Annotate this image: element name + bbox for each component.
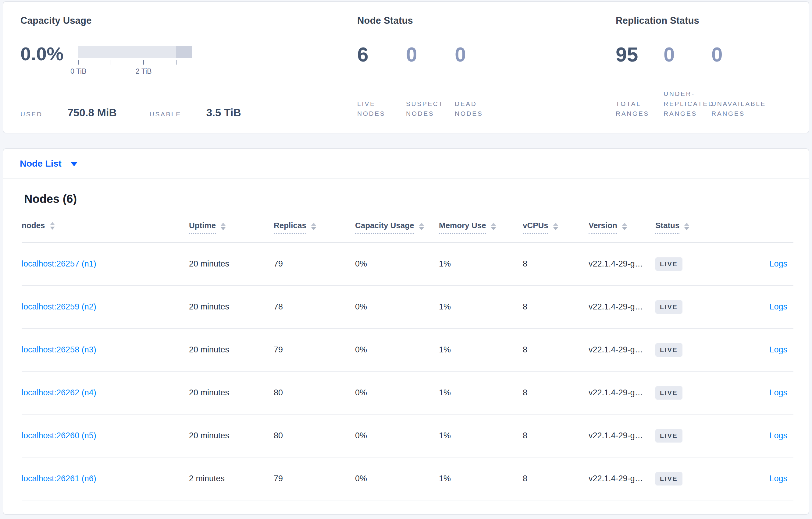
cell-version: v22.1.4-29-g… xyxy=(588,474,655,483)
sort-icon xyxy=(553,223,558,230)
dead-nodes-stat: 0 DEAD NODES xyxy=(455,44,503,119)
cell-version: v22.1.4-29-g… xyxy=(588,345,655,355)
column-header-capacity[interactable]: Capacity Usage xyxy=(355,221,439,234)
status-badge: LIVE xyxy=(655,300,683,314)
capacity-usage-card: Capacity Usage 0.0% 0 TiB 2 TiB USED 750… xyxy=(21,15,357,119)
logs-link[interactable]: Logs xyxy=(769,302,787,311)
cell-version: v22.1.4-29-g… xyxy=(588,302,655,312)
column-header-node[interactable]: nodes xyxy=(22,221,189,233)
unavailable-ranges-stat: 0 UNAVAILABLE RANGES xyxy=(712,44,776,119)
cell-vcpus: 8 xyxy=(523,345,588,355)
used-label: USED xyxy=(21,111,42,118)
logs-link[interactable]: Logs xyxy=(769,345,787,354)
cell-memory: 1% xyxy=(439,345,523,355)
node-link[interactable]: localhost:26257 (n1) xyxy=(22,259,96,268)
cell-memory: 1% xyxy=(439,388,523,397)
cell-vcpus: 8 xyxy=(523,388,588,397)
capacity-bar-track xyxy=(78,46,192,58)
cell-vcpus: 8 xyxy=(523,302,588,312)
logs-link[interactable]: Logs xyxy=(769,431,787,440)
cell-uptime: 20 minutes xyxy=(189,431,274,440)
capacity-bar-segment xyxy=(176,46,192,58)
suspect-nodes-stat: 0 SUSPECT NODES xyxy=(406,44,455,119)
live-nodes-label: LIVE NODES xyxy=(357,99,401,119)
replication-status-title: Replication Status xyxy=(616,15,809,26)
table-header-row: nodesUptimeReplicasCapacity UsageMemory … xyxy=(22,218,793,243)
table-body: localhost:26257 (n1)20 minutes790%1%8v22… xyxy=(22,243,793,500)
cell-logs: Logs xyxy=(726,431,793,440)
capacity-percent-value: 0.0% xyxy=(21,45,63,76)
cluster-summary-panel: Capacity Usage 0.0% 0 TiB 2 TiB USED 750… xyxy=(3,1,809,133)
cell-vcpus: 8 xyxy=(523,431,588,440)
column-header-uptime[interactable]: Uptime xyxy=(189,221,274,234)
usable-value: 3.5 TiB xyxy=(206,106,241,119)
cell-status: LIVE xyxy=(655,386,726,400)
axis-tick-label: 0 TiB xyxy=(70,67,86,75)
sort-icon xyxy=(419,223,424,230)
capacity-bar: 0 TiB 2 TiB xyxy=(78,46,192,76)
cell-uptime: 2 minutes xyxy=(189,474,274,483)
node-link[interactable]: localhost:26262 (n4) xyxy=(22,388,96,397)
cell-uptime: 20 minutes xyxy=(189,259,274,269)
cell-node: localhost:26259 (n2) xyxy=(22,302,189,312)
sort-icon xyxy=(684,223,689,230)
under-replicated-ranges-value: 0 xyxy=(664,44,712,65)
node-list-panel: Node List Nodes (6) nodesUptimeReplicasC… xyxy=(3,148,809,515)
axis-tick-label: 2 TiB xyxy=(136,67,151,75)
node-link[interactable]: localhost:26258 (n3) xyxy=(22,345,96,354)
logs-link[interactable]: Logs xyxy=(769,259,787,268)
cell-status: LIVE xyxy=(655,343,726,357)
cell-logs: Logs xyxy=(726,259,793,269)
column-header-label: vCPUs xyxy=(523,221,548,234)
usable-label: USABLE xyxy=(150,111,181,118)
cell-uptime: 20 minutes xyxy=(189,388,274,397)
table-row: localhost:26261 (n6)2 minutes790%1%8v22.… xyxy=(22,457,793,500)
nodes-table-section: Nodes (6) nodesUptimeReplicasCapacity Us… xyxy=(3,192,809,513)
dead-nodes-value: 0 xyxy=(455,44,503,65)
cell-version: v22.1.4-29-g… xyxy=(588,259,655,269)
view-selector-label: Node List xyxy=(20,158,62,169)
cell-replicas: 80 xyxy=(274,431,355,440)
cell-capacity: 0% xyxy=(355,431,439,440)
table-row: localhost:26257 (n1)20 minutes790%1%8v22… xyxy=(22,243,793,286)
suspect-nodes-label: SUSPECT NODES xyxy=(406,99,449,119)
view-selector[interactable]: Node List xyxy=(3,149,809,179)
axis-tick xyxy=(176,60,176,65)
sort-icon xyxy=(221,223,226,230)
status-badge: LIVE xyxy=(655,429,683,442)
sort-icon xyxy=(311,223,316,230)
column-header-replicas[interactable]: Replicas xyxy=(274,221,355,234)
unavailable-ranges-value: 0 xyxy=(712,44,776,65)
column-header-label: Version xyxy=(588,221,617,234)
logs-link[interactable]: Logs xyxy=(769,474,787,483)
nodes-table-title: Nodes (6) xyxy=(24,192,793,206)
cell-status: LIVE xyxy=(655,472,726,486)
cell-version: v22.1.4-29-g… xyxy=(588,388,655,397)
column-header-label: Replicas xyxy=(274,221,306,234)
live-nodes-value: 6 xyxy=(357,44,406,65)
cell-capacity: 0% xyxy=(355,345,439,355)
column-header-version[interactable]: Version xyxy=(588,221,655,234)
cell-node: localhost:26257 (n1) xyxy=(22,259,189,269)
cell-logs: Logs xyxy=(726,474,793,483)
logs-link[interactable]: Logs xyxy=(769,388,787,397)
node-link[interactable]: localhost:26259 (n2) xyxy=(22,302,96,311)
axis-tick xyxy=(143,60,144,65)
node-link[interactable]: localhost:26261 (n6) xyxy=(22,474,96,483)
cell-memory: 1% xyxy=(439,431,523,440)
column-header-label: Uptime xyxy=(189,221,216,234)
cell-memory: 1% xyxy=(439,302,523,312)
dead-nodes-label: DEAD NODES xyxy=(455,99,498,119)
total-ranges-label: TOTAL RANGES xyxy=(616,99,659,119)
cell-uptime: 20 minutes xyxy=(189,302,274,312)
column-header-status[interactable]: Status xyxy=(655,221,726,234)
cell-status: LIVE xyxy=(655,300,726,314)
cell-memory: 1% xyxy=(439,259,523,269)
column-header-memory[interactable]: Memory Use xyxy=(439,221,523,234)
node-link[interactable]: localhost:26260 (n5) xyxy=(22,431,96,440)
column-header-vcpus[interactable]: vCPUs xyxy=(523,221,588,234)
status-badge: LIVE xyxy=(655,257,683,271)
used-value: 750.8 MiB xyxy=(67,106,116,119)
table-row: localhost:26262 (n4)20 minutes800%1%8v22… xyxy=(22,372,793,415)
column-header-label: Status xyxy=(655,221,679,234)
